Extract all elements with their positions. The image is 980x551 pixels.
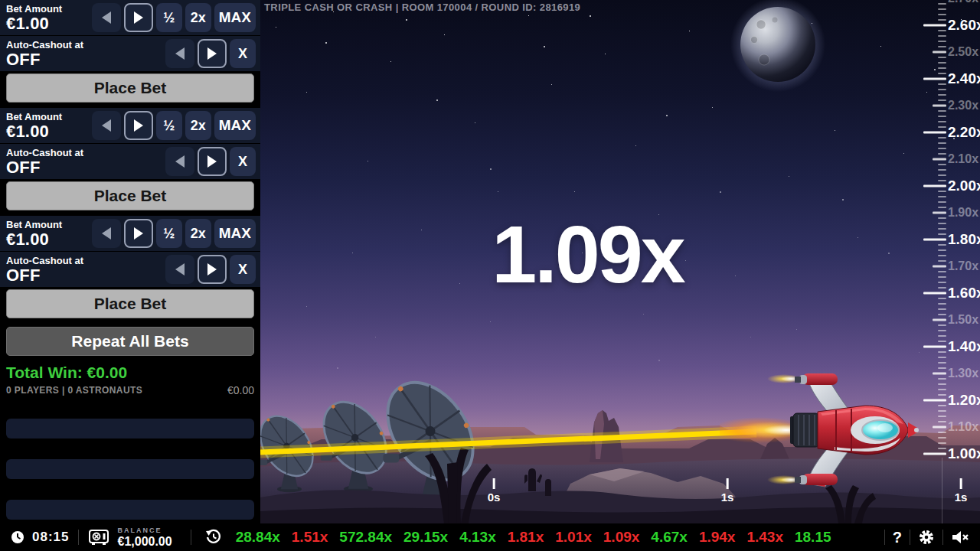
time-label: 0s bbox=[488, 491, 501, 504]
muted-speaker-icon bbox=[951, 530, 969, 545]
history-button[interactable] bbox=[202, 529, 225, 546]
safe-icon bbox=[88, 529, 109, 546]
scale-subtick bbox=[938, 73, 946, 74]
bet-double-button[interactable]: 2x bbox=[185, 3, 211, 32]
scale-subtick bbox=[938, 196, 946, 197]
bet-increase-button[interactable] bbox=[124, 3, 153, 32]
bet-increase-button[interactable] bbox=[124, 111, 153, 140]
empty-list-row bbox=[6, 419, 254, 439]
arrow-right-icon bbox=[207, 155, 217, 168]
multiplier-history: 28.84x1.51x572.84x29.15x4.13x1.81x1.01x1… bbox=[236, 529, 884, 546]
cashout-decrease-button[interactable] bbox=[165, 255, 194, 284]
auto-cashout-value: OFF bbox=[6, 51, 83, 69]
scale-subtick bbox=[938, 223, 946, 224]
bet-double-button[interactable]: 2x bbox=[185, 111, 211, 140]
cashout-decrease-button[interactable] bbox=[165, 39, 194, 68]
auto-cashout-row: Auto-Cashout at OFF X bbox=[0, 252, 260, 287]
bet-half-button[interactable]: ½ bbox=[156, 111, 182, 140]
time-marker: 1s bbox=[721, 478, 734, 504]
scale-subtick bbox=[938, 228, 946, 230]
scale-subtick bbox=[938, 244, 946, 246]
cashout-clear-button[interactable]: X bbox=[230, 147, 256, 176]
history-multiplier: 4.67x bbox=[651, 529, 688, 546]
scale-subtick bbox=[938, 19, 946, 21]
current-multiplier: 1.09x bbox=[260, 208, 915, 301]
bet-half-button[interactable]: ½ bbox=[156, 219, 182, 248]
scale-tick bbox=[923, 292, 946, 295]
scale-subtick bbox=[938, 14, 946, 15]
history-multiplier: 1.81x bbox=[508, 529, 544, 546]
bet-decrease-button[interactable] bbox=[92, 3, 121, 32]
place-bet-button[interactable]: Place Bet bbox=[6, 289, 254, 318]
history-multiplier: 1.09x bbox=[603, 529, 640, 546]
auto-cashout-row: Auto-Cashout at OFF X bbox=[0, 144, 260, 179]
bet-max-button[interactable]: MAX bbox=[214, 219, 256, 248]
repeat-all-bets-button[interactable]: Repeat All Bets bbox=[6, 327, 254, 356]
scale-tick bbox=[923, 185, 946, 187]
scale-subtick bbox=[938, 260, 946, 262]
settings-button[interactable] bbox=[910, 529, 942, 546]
place-bet-button[interactable]: Place Bet bbox=[6, 73, 254, 103]
scale-subtick bbox=[938, 324, 946, 326]
scale-subtick bbox=[938, 148, 946, 149]
help-button[interactable]: ? bbox=[885, 529, 910, 546]
scale-label: 2.00x bbox=[948, 178, 980, 194]
bet-max-button[interactable]: MAX bbox=[214, 111, 256, 140]
bet-increase-button[interactable] bbox=[124, 219, 153, 248]
scale-subtick bbox=[938, 217, 946, 219]
scale-label: 1.70x bbox=[948, 259, 978, 273]
scale-subtick bbox=[938, 308, 946, 310]
scale-subtick bbox=[938, 169, 946, 171]
scale-subtick bbox=[938, 421, 946, 422]
scale-subtick bbox=[938, 405, 946, 406]
cashout-clear-button[interactable]: X bbox=[230, 255, 256, 284]
bet-max-button[interactable]: MAX bbox=[214, 3, 256, 32]
time-label: 1s bbox=[721, 491, 734, 504]
mute-button[interactable] bbox=[943, 530, 980, 545]
clock-icon bbox=[11, 530, 24, 544]
arrow-left-icon bbox=[102, 119, 111, 132]
auto-cashout-label: Auto-Cashout at bbox=[6, 255, 83, 266]
scale-subtick bbox=[938, 298, 946, 299]
bottom-bar: 08:15 BALANCE €1,000.00 bbox=[0, 523, 980, 551]
scale-label: 2.60x bbox=[948, 17, 980, 34]
scale-subtick bbox=[938, 410, 946, 412]
scale-tick bbox=[933, 105, 946, 107]
bet-sidebar: Bet Amount €1.00 ½ 2x MAX Auto-Cashout a… bbox=[0, 0, 260, 523]
scale-tick bbox=[933, 51, 946, 54]
scale-subtick bbox=[938, 367, 946, 369]
scale-subtick bbox=[938, 121, 946, 122]
auto-cashout-value: OFF bbox=[6, 266, 83, 285]
scale-label: 2.30x bbox=[948, 99, 978, 112]
scale-subtick bbox=[938, 8, 946, 10]
bet-double-button[interactable]: 2x bbox=[185, 219, 211, 248]
bet-amount-value: €1.00 bbox=[6, 15, 62, 33]
scale-subtick bbox=[938, 249, 946, 251]
scale-tick bbox=[933, 319, 946, 321]
cashout-increase-button[interactable] bbox=[198, 39, 227, 68]
scale-label: 1.10x bbox=[948, 420, 978, 434]
time-tick bbox=[727, 478, 729, 489]
time-marker: 0s bbox=[488, 478, 501, 504]
players-count-text: 0 PLAYERS | 0 ASTRONAUTS bbox=[6, 385, 142, 396]
scale-subtick bbox=[938, 448, 946, 449]
scale-label: 2.20x bbox=[948, 124, 980, 141]
cashout-clear-button[interactable]: X bbox=[230, 39, 256, 68]
bet-decrease-button[interactable] bbox=[92, 111, 121, 140]
scale-tick bbox=[923, 346, 946, 348]
bet-decrease-button[interactable] bbox=[92, 219, 121, 248]
cashout-increase-button[interactable] bbox=[198, 255, 227, 284]
cashout-decrease-button[interactable] bbox=[165, 147, 194, 176]
cashout-increase-button[interactable] bbox=[198, 147, 227, 176]
scale-subtick bbox=[938, 378, 946, 380]
bet-half-button[interactable]: ½ bbox=[156, 3, 182, 32]
scale-subtick bbox=[938, 153, 946, 155]
scale-subtick bbox=[938, 201, 946, 203]
history-multiplier: 1.43x bbox=[746, 529, 783, 546]
bet-panel: Bet Amount €1.00 ½ 2x MAX Auto-Cashout a… bbox=[0, 0, 260, 103]
auto-cashout-row: Auto-Cashout at OFF X bbox=[0, 36, 260, 71]
players-row: 0 PLAYERS | 0 ASTRONAUTS €0.00 bbox=[6, 384, 254, 396]
place-bet-button[interactable]: Place Bet bbox=[6, 181, 254, 210]
scale-label: 1.50x bbox=[948, 313, 978, 327]
scale-subtick bbox=[938, 35, 946, 37]
